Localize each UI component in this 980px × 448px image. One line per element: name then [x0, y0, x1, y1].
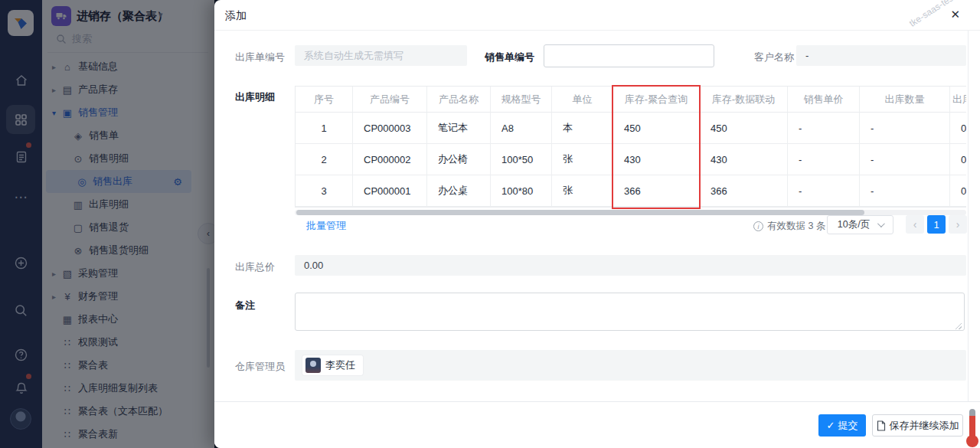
add-record-drawer: 添加 ✕ tke-saas-test 出库单编号 系统自动生成无需填写 销售单编…: [214, 0, 980, 448]
drawer-vertical-scrollbar[interactable]: [968, 31, 980, 401]
drawer-header: 添加 ✕: [214, 0, 980, 31]
sales-no-label: 销售单编号: [485, 51, 534, 64]
remark-textarea[interactable]: [295, 293, 965, 331]
next-page-button: ›: [949, 215, 967, 234]
detail-table: 序号 产品编号 产品名称 规格型号 单位 库存-聚合查询 库存-数据联动 销售单…: [295, 86, 966, 209]
manager-field[interactable]: 李奕任: [295, 350, 966, 381]
prev-page-button: ‹: [906, 215, 924, 234]
col-header: 序号: [296, 87, 353, 113]
table-row[interactable]: 1 CP000003 笔记本 A8 本 450 450 - - 0: [296, 113, 966, 144]
save-and-continue-button[interactable]: 保存并继续添加: [872, 414, 963, 437]
col-header: 库存-数据联动: [700, 87, 788, 113]
drawer-footer: ✓ 提交 保存并继续添加: [214, 401, 980, 448]
document-icon: [877, 420, 886, 431]
col-header: 单位: [552, 87, 613, 113]
total-price-field: 0.00: [295, 255, 966, 276]
col-header-highlighted: 库存-聚合查询: [613, 87, 700, 113]
close-icon[interactable]: ✕: [950, 8, 960, 21]
outbound-no-field: 系统自动生成无需填写: [295, 45, 467, 66]
customer-field: -: [796, 45, 966, 66]
total-price-label: 出库总价: [235, 260, 275, 274]
member-chip[interactable]: 李奕任: [302, 355, 363, 375]
col-header: 出库数量: [860, 87, 950, 113]
thermometer-indicator: [966, 409, 978, 447]
remark-label: 备注: [235, 299, 255, 312]
table-row[interactable]: 2 CP000002 办公椅 100*50 张 430 430 - - 0: [296, 144, 966, 175]
current-page-button[interactable]: 1: [927, 215, 946, 234]
col-header: 规格型号: [491, 87, 552, 113]
page-size-select[interactable]: 10条/页: [827, 215, 893, 234]
valid-data-info: i 有效数据 3 条: [753, 220, 825, 233]
table-row[interactable]: 3 CP000001 办公桌 100*80 张 366 366 - - 0: [296, 175, 966, 207]
table-header-row: 序号 产品编号 产品名称 规格型号 单位 库存-聚合查询 库存-数据联动 销售单…: [296, 87, 966, 113]
col-header: 销售单价: [788, 87, 860, 113]
modal-backdrop: [0, 0, 214, 448]
detail-label: 出库明细: [235, 90, 275, 104]
scrollbar-thumb[interactable]: [296, 210, 864, 215]
member-name: 李奕任: [325, 358, 355, 372]
info-icon: i: [753, 221, 763, 231]
table-horizontal-scrollbar[interactable]: [295, 210, 966, 215]
chevron-down-icon: [877, 220, 885, 227]
col-header: 产品名称: [427, 87, 491, 113]
col-header: 出库: [950, 87, 966, 113]
customer-label: 客户名称: [754, 51, 794, 64]
drawer-title: 添加: [225, 9, 247, 23]
col-header: 产品编号: [353, 87, 427, 113]
manager-label: 仓库管理员: [235, 360, 285, 374]
sales-no-input[interactable]: [544, 44, 714, 67]
check-icon: ✓: [827, 420, 835, 431]
member-avatar: [305, 358, 321, 373]
submit-button[interactable]: ✓ 提交: [818, 414, 866, 437]
batch-manage-link[interactable]: 批量管理: [306, 219, 346, 233]
outbound-no-label: 出库单编号: [235, 51, 285, 64]
